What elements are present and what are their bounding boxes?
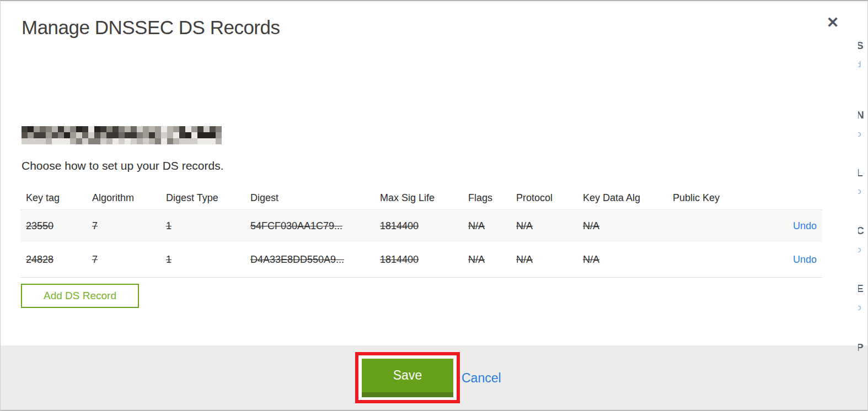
cell-max-sig-life: 1814400 xyxy=(380,220,468,232)
mosaic-pixel xyxy=(46,132,52,138)
mosaic-pixel xyxy=(203,126,210,132)
undo-link[interactable]: Undo xyxy=(778,254,817,266)
mosaic-pixel xyxy=(40,138,46,144)
mosaic-pixel xyxy=(143,138,149,144)
cell-digest: 54FCF030AA1C79... xyxy=(250,220,380,232)
column-header-algorithm: Algorithm xyxy=(92,192,166,204)
background-text-fragment: L xyxy=(858,167,863,179)
mosaic-pixel xyxy=(46,126,52,132)
mosaic-pixel xyxy=(28,132,34,138)
mosaic-pixel xyxy=(185,132,191,138)
mosaic-pixel xyxy=(155,132,161,138)
mosaic-pixel xyxy=(216,126,222,132)
modal-footer: Save Cancel xyxy=(1,345,859,411)
mosaic-pixel xyxy=(94,138,100,144)
column-header-digest-type: Digest Type xyxy=(166,192,250,204)
table-header-row: Key tag Algorithm Digest Type Digest Max… xyxy=(20,186,822,209)
mosaic-pixel xyxy=(137,132,143,138)
ds-records-table: Key tag Algorithm Digest Type Digest Max… xyxy=(20,186,822,278)
mosaic-pixel xyxy=(94,132,100,138)
mosaic-pixel xyxy=(70,138,76,144)
background-text-fragment: E xyxy=(858,283,864,295)
add-ds-record-button[interactable]: Add DS Record xyxy=(21,284,139,308)
mosaic-pixel xyxy=(34,132,40,138)
subtitle-text: Choose how to set up your DS records. xyxy=(22,159,224,172)
mosaic-pixel xyxy=(125,132,131,138)
mosaic-pixel xyxy=(112,126,119,132)
mosaic-pixel xyxy=(28,138,34,144)
cell-digest: D4A33E8DD550A9... xyxy=(250,254,380,266)
background-text-fragment: o xyxy=(858,245,861,254)
manage-dnssec-modal: Manage DNSSEC DS Records ✕ Choose how to… xyxy=(1,1,859,410)
mosaic-pixel xyxy=(52,138,58,144)
mosaic-pixel xyxy=(119,132,125,138)
save-button-highlight: Save xyxy=(355,352,460,403)
mosaic-pixel xyxy=(64,126,70,132)
column-header-key-data-alg: Key Data Alg xyxy=(583,192,673,204)
save-button[interactable]: Save xyxy=(362,359,453,397)
mosaic-pixel xyxy=(94,126,100,132)
mosaic-pixel xyxy=(58,138,64,144)
cancel-link[interactable]: Cancel xyxy=(462,371,501,386)
mosaic-pixel xyxy=(191,138,197,144)
mosaic-pixel xyxy=(64,138,70,144)
background-text-fragment: S xyxy=(858,40,864,52)
mosaic-pixel xyxy=(185,138,191,144)
mosaic-pixel xyxy=(82,132,88,138)
mosaic-pixel xyxy=(167,138,173,144)
mosaic-pixel xyxy=(131,126,137,132)
mosaic-pixel xyxy=(149,138,155,144)
mosaic-pixel xyxy=(119,138,125,144)
cell-flags: N/A xyxy=(468,220,516,232)
mosaic-pixel xyxy=(112,138,119,144)
cell-key-tag: 23550 xyxy=(26,220,92,232)
cell-key-data-alg: N/A xyxy=(583,220,673,232)
mosaic-pixel xyxy=(173,138,179,144)
mosaic-pixel xyxy=(88,126,94,132)
background-page-strip: SdNoLoCoEoPl xyxy=(858,1,867,411)
mosaic-pixel xyxy=(161,132,167,138)
column-header-digest: Digest xyxy=(250,192,380,204)
mosaic-pixel xyxy=(131,138,137,144)
cell-digest-type: 1 xyxy=(166,220,250,232)
mosaic-pixel xyxy=(191,126,197,132)
background-text-fragment: d xyxy=(858,60,861,69)
mosaic-pixel xyxy=(82,126,88,132)
undo-link[interactable]: Undo xyxy=(778,220,817,232)
table-row: 24828 7 1 D4A33E8DD550A9... 1814400 N/A … xyxy=(20,242,822,278)
mosaic-pixel xyxy=(161,138,167,144)
mosaic-pixel xyxy=(216,138,222,144)
background-footer-strip xyxy=(858,345,867,411)
mosaic-pixel xyxy=(40,132,46,138)
mosaic-pixel xyxy=(106,138,112,144)
mosaic-pixel xyxy=(52,132,58,138)
cell-key-data-alg: N/A xyxy=(583,254,673,266)
mosaic-pixel xyxy=(22,132,28,138)
close-icon[interactable]: ✕ xyxy=(823,13,842,32)
cell-flags: N/A xyxy=(468,254,516,266)
cell-algorithm: 7 xyxy=(92,220,166,232)
background-text-fragment: o xyxy=(858,129,861,138)
mosaic-pixel xyxy=(88,132,94,138)
cell-digest-type: 1 xyxy=(166,254,250,266)
mosaic-pixel xyxy=(173,126,179,132)
mosaic-pixel xyxy=(58,126,64,132)
mosaic-pixel xyxy=(137,138,143,144)
mosaic-pixel xyxy=(179,126,185,132)
mosaic-pixel xyxy=(143,126,149,132)
page-title: Manage DNSSEC DS Records xyxy=(22,17,280,39)
mosaic-pixel xyxy=(125,138,131,144)
mosaic-pixel xyxy=(155,126,161,132)
mosaic-pixel xyxy=(82,138,88,144)
mosaic-pixel xyxy=(216,132,222,138)
mosaic-pixel xyxy=(46,138,52,144)
mosaic-pixel xyxy=(125,126,131,132)
mosaic-pixel xyxy=(149,132,155,138)
column-header-key-tag: Key tag xyxy=(26,192,92,204)
background-text-fragment: o xyxy=(858,186,861,196)
mosaic-pixel xyxy=(34,138,40,144)
mosaic-pixel xyxy=(203,138,210,144)
mosaic-pixel xyxy=(70,132,76,138)
mosaic-pixel xyxy=(149,126,155,132)
mosaic-pixel xyxy=(143,132,149,138)
